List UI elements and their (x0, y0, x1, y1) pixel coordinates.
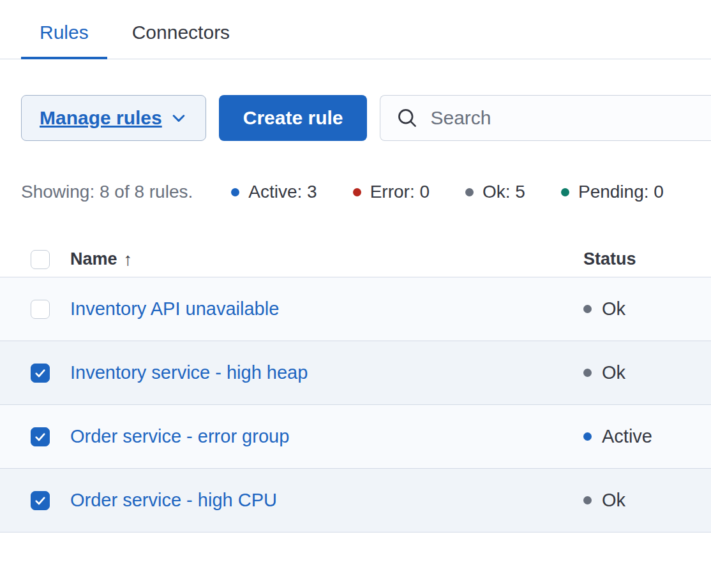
status-counter: Active: 3 (231, 182, 317, 202)
row-status: Active (583, 426, 711, 447)
tab-connectors[interactable]: Connectors (114, 17, 248, 59)
status-counter: Error: 0 (353, 182, 430, 202)
showing-count-text: Showing: 8 of 8 rules. (21, 182, 193, 202)
status-counter-label: Pending: 0 (578, 182, 664, 202)
rule-name-link[interactable]: Order service - error group (70, 426, 289, 447)
search-input[interactable] (430, 107, 706, 129)
table-body: Inventory API unavailable Ok Inventory s… (0, 277, 711, 533)
rule-name-link[interactable]: Inventory API unavailable (70, 298, 279, 320)
status-dot-icon (583, 305, 592, 313)
row-checkbox[interactable] (31, 427, 50, 446)
status-dot-icon (561, 188, 569, 196)
table-row: Inventory service - high heap Ok (0, 341, 711, 405)
toolbar: Manage rules Create rule (0, 95, 711, 141)
rules-table: Name ↑ Status Inventory API unavailable … (0, 242, 711, 533)
status-dot-icon (465, 188, 474, 196)
rule-name-link[interactable]: Order service - high CPU (70, 490, 277, 511)
status-dot-icon (583, 432, 592, 441)
column-header-name[interactable]: Name (70, 249, 117, 269)
manage-rules-label: Manage rules (40, 107, 162, 129)
tab-rules[interactable]: Rules (21, 17, 107, 59)
tab-bar: Rules Connectors (0, 0, 711, 59)
row-status: Ok (583, 298, 711, 320)
table-row: Order service - error group Active (0, 405, 711, 469)
status-label: Active (602, 426, 652, 447)
row-status: Ok (583, 490, 711, 511)
table-row: Inventory API unavailable Ok (0, 277, 711, 341)
status-counter: Pending: 0 (561, 182, 664, 202)
table-header: Name ↑ Status (0, 242, 711, 277)
sort-ascending-icon: ↑ (124, 249, 133, 270)
manage-rules-button[interactable]: Manage rules (21, 95, 206, 141)
row-checkbox[interactable] (31, 300, 50, 319)
rule-name-link[interactable]: Inventory service - high heap (70, 362, 308, 383)
rules-summary: Showing: 8 of 8 rules. Active: 3 Error: … (0, 182, 711, 202)
status-dot-icon (583, 496, 592, 504)
row-status: Ok (583, 362, 711, 383)
status-dot-icon (583, 369, 592, 377)
select-all-checkbox[interactable] (31, 250, 50, 269)
create-rule-button[interactable]: Create rule (219, 95, 368, 141)
status-label: Ok (602, 362, 625, 383)
table-row: Order service - high CPU Ok (0, 469, 711, 533)
status-label: Ok (602, 298, 625, 320)
row-checkbox[interactable] (31, 364, 50, 383)
search-box (380, 95, 711, 141)
status-label: Ok (602, 490, 625, 511)
status-counter-label: Ok: 5 (483, 182, 525, 202)
status-counter-label: Error: 0 (370, 182, 430, 202)
column-header-status[interactable]: Status (583, 249, 636, 269)
status-counters: Active: 3 Error: 0 Ok: 5 Pending: 0 (231, 182, 664, 202)
status-dot-icon (353, 188, 361, 196)
chevron-down-icon (170, 109, 188, 127)
status-counter: Ok: 5 (465, 182, 525, 202)
row-checkbox[interactable] (31, 491, 50, 510)
status-counter-label: Active: 3 (248, 182, 317, 202)
search-icon (396, 107, 419, 129)
status-dot-icon (231, 188, 239, 196)
